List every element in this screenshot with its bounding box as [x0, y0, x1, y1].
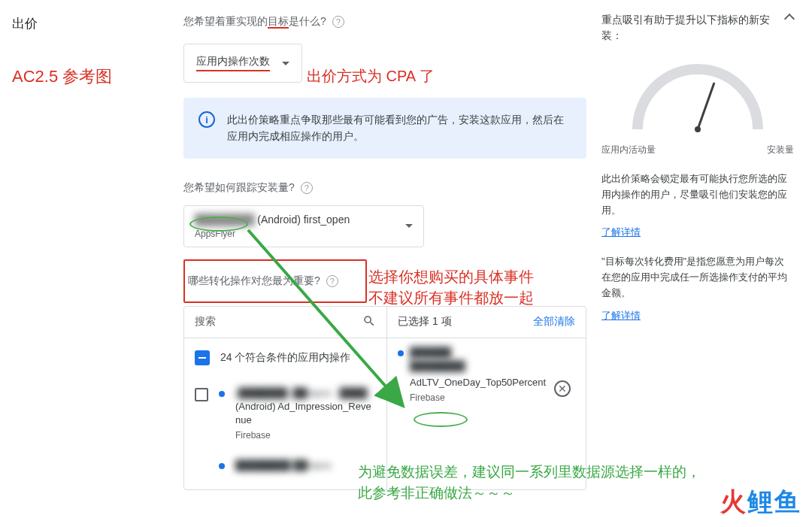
available-count: 24 个符合条件的应用内操作 [220, 351, 350, 365]
install-source: AppsFlyer [195, 229, 350, 239]
question-goal: 您希望着重实现的目标是什么? ? [183, 15, 586, 29]
svg-line-1 [698, 83, 714, 129]
selected-item: ██████ ████████ AdLTV_OneDay_Top50Percen… [398, 346, 575, 404]
search-input[interactable]: 搜索 [184, 307, 387, 338]
search-icon [362, 314, 376, 330]
question-track-install: 您希望如何跟踪安装量? ? [183, 181, 586, 195]
gauge-chart: 应用内活动量 安装量 [601, 54, 794, 156]
install-tracking-select[interactable]: ████████ (Android) first_open AppsFlyer [183, 205, 424, 247]
list-item[interactable]: ████████ ██topus [184, 450, 386, 481]
checkbox[interactable] [195, 388, 208, 401]
help-icon[interactable]: ? [332, 16, 344, 28]
selected-count: 已选择 1 项 [398, 315, 452, 329]
info-icon: i [198, 111, 215, 128]
chevron-down-icon [405, 224, 413, 228]
annotation-red-box: 哪些转化操作对您最为重要? ? [183, 259, 367, 303]
learn-more-link[interactable]: 了解详情 [601, 309, 641, 323]
goal-dropdown[interactable]: 应用内操作次数 [183, 44, 302, 83]
watermark: 火鲤鱼 [720, 485, 801, 519]
help-icon[interactable]: ? [301, 182, 313, 194]
info-text: 此出价策略重点争取那些最有可能看到您的广告，安装这款应用，然后在应用内完成相应操… [227, 111, 571, 145]
side-description-1: 此出价策略会锁定最有可能执行您所选的应用内操作的用户，尽量吸引他们安装您的应用。 [601, 171, 794, 218]
remove-button[interactable]: ✕ [554, 380, 571, 397]
status-dot [219, 391, 225, 397]
status-dot [398, 350, 404, 356]
gauge-label-right: 安装量 [767, 144, 794, 156]
goal-dropdown-label: 应用内操作次数 [196, 55, 270, 71]
install-value: ████████ (Android) first_open [195, 214, 350, 226]
info-banner: i 此出价策略重点争取那些最有可能看到您的广告，安装这款应用，然后在应用内完成相… [183, 98, 586, 159]
chevron-up-icon[interactable] [784, 12, 794, 23]
svg-point-2 [695, 126, 701, 132]
annotation-cpa: 出价方式为 CPA 了 [307, 66, 435, 86]
side-description-2: "目标每次转化费用"是指您愿意为用户每次在您的应用中完成任一所选操作支付的平均金… [601, 254, 794, 301]
side-panel-title: 重点吸引有助于提升以下指标的新安装： [601, 12, 784, 44]
chevron-down-icon [282, 62, 289, 65]
annotation-datasource: 为避免数据误差，建议同一系列里数据源选择一样的， 此参考非正确做法～～～ [358, 462, 701, 503]
section-title-bid: 出价 [12, 15, 170, 32]
question-conversions: 哪些转化操作对您最为重要? ? [188, 274, 359, 288]
status-dot [219, 463, 225, 469]
learn-more-link[interactable]: 了解详情 [601, 226, 641, 239]
annotation-event: 选择你想购买的具体事件 不建议所有事件都放一起 [368, 266, 534, 308]
help-icon[interactable]: ? [326, 275, 338, 287]
checkbox-indeterminate[interactable] [195, 350, 210, 365]
gauge-label-left: 应用内活动量 [601, 144, 656, 156]
annotation-ref: AC2.5 参考图 [12, 65, 170, 88]
clear-all-link[interactable]: 全部清除 [533, 315, 575, 329]
list-item[interactable]: (███████) ██topus - ████ (Android) Ad_Im… [184, 377, 386, 450]
